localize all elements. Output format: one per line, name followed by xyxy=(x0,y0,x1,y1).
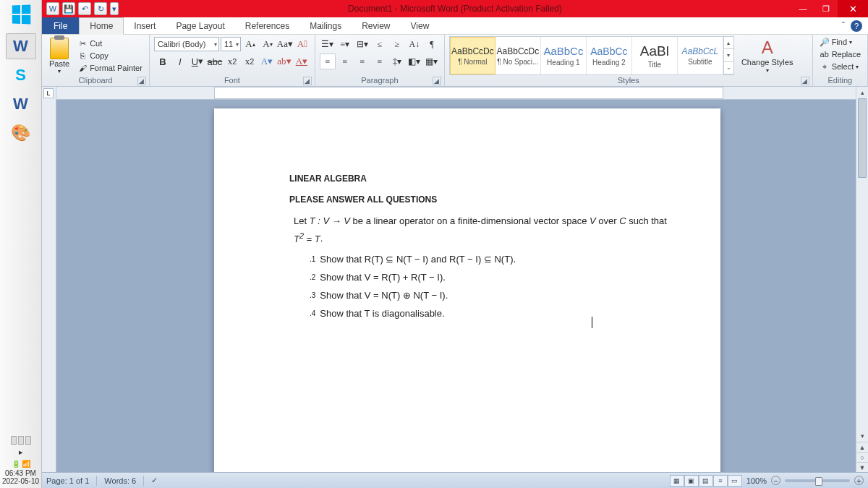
view-print-layout[interactable]: ▦ xyxy=(670,475,684,487)
tab-page-layout[interactable]: Page Layout xyxy=(166,17,234,34)
tab-review[interactable]: Review xyxy=(352,17,400,34)
copy-button[interactable]: ⎘Copy xyxy=(75,50,145,61)
horizontal-ruler[interactable] xyxy=(56,87,868,100)
paragraph-launcher[interactable]: ◢ xyxy=(433,77,441,85)
page[interactable]: LINEAR ALGEBRA PLEASE ANSWER ALL QUESTIO… xyxy=(214,108,720,472)
taskbar-overflow[interactable]: ▸ xyxy=(0,448,41,457)
vertical-ruler[interactable]: L xyxy=(42,87,56,472)
replace-button[interactable]: abReplace xyxy=(817,48,863,60)
zoom-level[interactable]: 100% xyxy=(746,476,767,485)
zoom-in-button[interactable]: + xyxy=(854,476,864,485)
numbering-button[interactable]: ≡▾ xyxy=(337,36,353,52)
text-effects-button[interactable]: A▾ xyxy=(259,53,275,69)
change-styles-button[interactable]: A Change Styles ▾ xyxy=(737,38,798,73)
gallery-more[interactable]: ⌄ xyxy=(724,62,733,74)
dedent-button[interactable]: ≤ xyxy=(372,36,388,52)
superscript-button[interactable]: x2 xyxy=(242,53,258,69)
start-button[interactable] xyxy=(4,3,38,26)
view-full-screen[interactable]: ▣ xyxy=(684,475,699,487)
taskbar-skype-icon[interactable]: S xyxy=(6,62,36,88)
shading-button[interactable]: ◧▾ xyxy=(407,53,422,69)
align-right-button[interactable]: ≡ xyxy=(354,53,370,69)
tab-view[interactable]: View xyxy=(401,17,440,34)
zoom-out-button[interactable]: − xyxy=(771,476,780,485)
tray-icons[interactable]: 🔋📶 xyxy=(0,460,41,468)
strike-button[interactable]: abc xyxy=(207,53,223,69)
style-normal[interactable]: AaBbCcDc¶ Normal xyxy=(450,37,495,74)
view-draft[interactable]: ▭ xyxy=(728,475,742,487)
tab-insert[interactable]: Insert xyxy=(124,17,166,34)
tab-mailings[interactable]: Mailings xyxy=(299,17,352,34)
paste-button[interactable]: Paste ▾ xyxy=(46,38,72,74)
style-subtitle[interactable]: AaBbCcLSubtitle xyxy=(678,37,723,74)
style-heading1[interactable]: AaBbCcHeading 1 xyxy=(541,37,587,74)
status-proof-icon[interactable]: ✓ xyxy=(151,476,158,485)
bold-button[interactable]: B xyxy=(155,53,171,69)
qat-redo-icon[interactable]: ↻ xyxy=(94,2,107,15)
scroll-up[interactable]: ▴ xyxy=(856,87,868,98)
tab-references[interactable]: References xyxy=(235,17,299,34)
gallery-up[interactable]: ▴ xyxy=(724,37,733,49)
styles-gallery[interactable]: AaBbCcDc¶ Normal AaBbCcDc¶ No Spaci... A… xyxy=(449,36,734,75)
vertical-scrollbar[interactable]: ▴ ▾ ▲ ○ ▼ xyxy=(856,87,868,472)
zoom-slider[interactable] xyxy=(785,479,850,482)
ruler-corner[interactable]: L xyxy=(43,88,54,98)
taskbar-date[interactable]: 2022-05-10 xyxy=(0,477,41,485)
underline-button[interactable]: U▾ xyxy=(190,53,205,69)
ribbon-minimize-icon[interactable]: ˆ xyxy=(842,21,845,31)
scroll-thumb[interactable] xyxy=(858,98,867,178)
status-words[interactable]: Words: 6 xyxy=(104,476,136,485)
gallery-down[interactable]: ▾ xyxy=(724,49,733,61)
indent-button[interactable]: ≥ xyxy=(389,36,405,52)
shrink-font-button[interactable]: A▾ xyxy=(260,36,276,52)
subscript-button[interactable]: x2 xyxy=(224,53,240,69)
clipboard-launcher[interactable]: ◢ xyxy=(137,77,146,85)
change-case-button[interactable]: Aa▾ xyxy=(277,36,293,52)
qat-undo-icon[interactable]: ↶ xyxy=(78,2,91,15)
close-button[interactable]: ✕ xyxy=(838,0,868,17)
align-center-button[interactable]: ≡ xyxy=(337,53,353,69)
qat-save-icon[interactable]: 💾 xyxy=(62,2,75,15)
borders-button[interactable]: ▦▾ xyxy=(424,53,440,69)
minimize-button[interactable]: — xyxy=(791,0,814,17)
document-body[interactable]: LINEAR ALGEBRA PLEASE ANSWER ALL QUESTIO… xyxy=(214,108,720,321)
showmarks-button[interactable]: ¶ xyxy=(424,36,440,52)
find-button[interactable]: 🔎Find▾ xyxy=(817,36,854,48)
highlight-button[interactable]: ab▾ xyxy=(276,53,292,69)
prev-page-button[interactable]: ▲ xyxy=(856,442,868,452)
sort-button[interactable]: A↓ xyxy=(407,36,422,52)
maximize-button[interactable]: ❐ xyxy=(814,0,838,17)
taskbar-time[interactable]: 06:43 PM xyxy=(0,469,41,477)
font-color-button[interactable]: A▾ xyxy=(294,53,310,69)
help-icon[interactable]: ? xyxy=(851,20,862,32)
font-launcher[interactable]: ◢ xyxy=(303,77,312,85)
format-painter-button[interactable]: 🖌Format Painter xyxy=(75,62,145,74)
justify-button[interactable]: ≡ xyxy=(372,53,388,69)
taskbar-word-icon[interactable]: W xyxy=(6,33,36,59)
style-title[interactable]: AaBlTitle xyxy=(632,37,678,74)
italic-button[interactable]: I xyxy=(172,53,188,69)
multilevel-button[interactable]: ⊟▾ xyxy=(354,36,370,52)
grow-font-button[interactable]: A▴ xyxy=(242,36,258,52)
cut-button[interactable]: ✂Cut xyxy=(75,38,145,49)
tab-file[interactable]: File xyxy=(42,17,79,34)
font-name-dropdown[interactable]: Calibri (Body) xyxy=(154,37,219,51)
browse-object-button[interactable]: ○ xyxy=(856,452,868,462)
scroll-down[interactable]: ▾ xyxy=(856,430,868,442)
style-nospacing[interactable]: AaBbCcDc¶ No Spaci... xyxy=(495,37,541,74)
qat-word-icon[interactable]: W xyxy=(46,2,59,15)
taskbar-paint-icon[interactable]: 🎨 xyxy=(6,120,36,146)
view-web-layout[interactable]: ▤ xyxy=(699,475,713,487)
style-heading2[interactable]: AaBbCcHeading 2 xyxy=(587,37,632,74)
clear-format-button[interactable]: Aͯ xyxy=(294,36,310,52)
taskbar-peek[interactable] xyxy=(0,436,41,445)
bullets-button[interactable]: ☰▾ xyxy=(320,36,336,52)
qat-customize-icon[interactable]: ▾ xyxy=(110,2,119,15)
align-left-button[interactable]: ≡ xyxy=(320,53,336,69)
font-size-dropdown[interactable]: 11 xyxy=(221,37,241,51)
tab-home[interactable]: Home xyxy=(79,17,124,35)
styles-launcher[interactable]: ◢ xyxy=(801,77,809,85)
next-page-button[interactable]: ▼ xyxy=(856,462,868,472)
select-button[interactable]: ⌖Select▾ xyxy=(817,61,861,72)
taskbar-word2-icon[interactable]: W xyxy=(6,91,36,117)
